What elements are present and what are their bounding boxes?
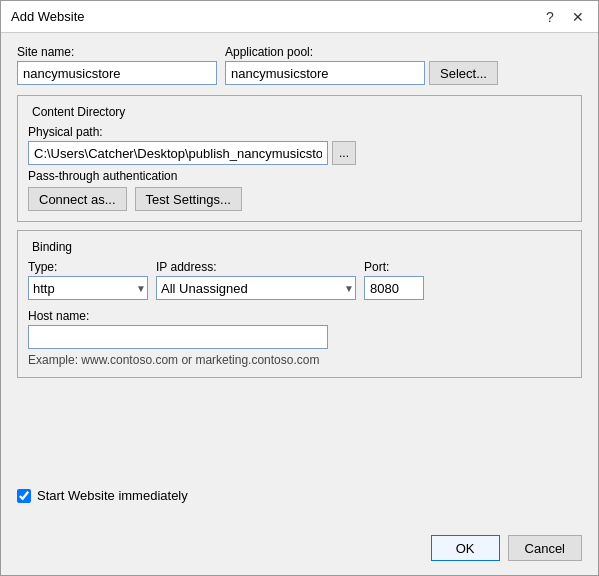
content-directory-title: Content Directory [28, 105, 129, 119]
spacer [17, 386, 582, 480]
start-website-label: Start Website immediately [37, 488, 188, 503]
type-select-wrapper: http https ▼ [28, 276, 148, 300]
dialog-body: Site name: Application pool: Select... C… [1, 33, 598, 527]
site-app-pool-row: Site name: Application pool: Select... [17, 45, 582, 85]
port-input[interactable] [364, 276, 424, 300]
cancel-button[interactable]: Cancel [508, 535, 582, 561]
ip-label: IP address: [156, 260, 356, 274]
physical-path-group: Physical path: ... [28, 125, 571, 165]
binding-group-title: Binding [28, 240, 76, 254]
close-icon[interactable]: ✕ [568, 7, 588, 27]
type-label: Type: [28, 260, 148, 274]
passthrough-label: Pass-through authentication [28, 169, 571, 183]
port-label: Port: [364, 260, 424, 274]
ip-select-wrapper: All Unassigned ▼ [156, 276, 356, 300]
site-name-label: Site name: [17, 45, 217, 59]
connect-as-button[interactable]: Connect as... [28, 187, 127, 211]
title-actions: ? ✕ [540, 7, 588, 27]
browse-button[interactable]: ... [332, 141, 356, 165]
test-settings-button[interactable]: Test Settings... [135, 187, 242, 211]
title-bar-left: Add Website [11, 9, 84, 24]
app-pool-input[interactable] [225, 61, 425, 85]
help-icon[interactable]: ? [540, 7, 560, 27]
binding-fields-row: Type: http https ▼ IP address: All Unass… [28, 260, 571, 300]
select-button[interactable]: Select... [429, 61, 498, 85]
dialog-footer: OK Cancel [1, 527, 598, 575]
app-pool-label: Application pool: [225, 45, 498, 59]
content-directory-group: Content Directory Physical path: ... Pas… [17, 95, 582, 222]
binding-group: Binding Type: http https ▼ IP address: [17, 230, 582, 378]
physical-path-label: Physical path: [28, 125, 571, 139]
host-name-input[interactable] [28, 325, 328, 349]
example-text: Example: www.contoso.com or marketing.co… [28, 353, 571, 367]
ip-group: IP address: All Unassigned ▼ [156, 260, 356, 300]
start-website-checkbox[interactable] [17, 489, 31, 503]
host-name-label: Host name: [28, 309, 89, 323]
start-website-row: Start Website immediately [17, 488, 582, 503]
port-group: Port: [364, 260, 424, 300]
connect-row: Connect as... Test Settings... [28, 187, 571, 211]
site-name-input[interactable] [17, 61, 217, 85]
type-group: Type: http https ▼ [28, 260, 148, 300]
add-website-dialog: Add Website ? ✕ Site name: Application p… [0, 0, 599, 576]
ok-button[interactable]: OK [431, 535, 500, 561]
app-pool-group: Application pool: Select... [225, 45, 498, 85]
ip-select[interactable]: All Unassigned [156, 276, 356, 300]
site-name-group: Site name: [17, 45, 217, 85]
dialog-title: Add Website [11, 9, 84, 24]
host-name-field: Host name: [28, 308, 571, 349]
title-bar: Add Website ? ✕ [1, 1, 598, 33]
physical-path-row: ... [28, 141, 571, 165]
type-select[interactable]: http https [28, 276, 148, 300]
physical-path-input[interactable] [28, 141, 328, 165]
